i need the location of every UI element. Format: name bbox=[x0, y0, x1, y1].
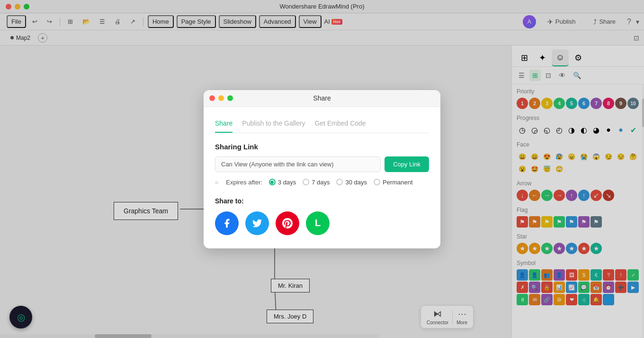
expire-7days[interactable]: 7 days bbox=[303, 179, 330, 186]
expire-3days-label: 3 days bbox=[278, 179, 296, 186]
share-to-section: Share to: bbox=[215, 197, 429, 235]
radio-7days-circle bbox=[303, 179, 309, 185]
dialog-body: Share Publish to the Gallery Get Embed C… bbox=[204, 107, 440, 248]
facebook-button[interactable] bbox=[215, 211, 239, 235]
link-input[interactable] bbox=[215, 156, 381, 172]
pinterest-icon bbox=[282, 218, 293, 228]
dialog-tab-publish[interactable]: Publish to the Gallery bbox=[242, 117, 305, 133]
dialog-close-button[interactable] bbox=[209, 95, 215, 101]
twitter-icon bbox=[252, 218, 262, 228]
sharing-link-title: Sharing Link bbox=[215, 143, 429, 151]
expire-permanent-label: Permanent bbox=[383, 179, 413, 186]
dialog-controls bbox=[209, 95, 233, 101]
share-to-title: Share to: bbox=[215, 197, 429, 205]
radio-30days-circle bbox=[336, 179, 343, 185]
twitter-button[interactable] bbox=[245, 211, 269, 235]
expire-7days-label: 7 days bbox=[312, 179, 330, 186]
expires-label: ○ bbox=[215, 179, 218, 186]
dialog-title: Share bbox=[313, 94, 331, 102]
expire-3days[interactable]: 3 days bbox=[269, 179, 296, 186]
expire-permanent[interactable]: Permanent bbox=[374, 179, 413, 186]
dialog-tab-share[interactable]: Share bbox=[215, 117, 233, 133]
radio-3days-inner bbox=[270, 181, 274, 184]
expires-row: ○ Expires after: 3 days 7 days bbox=[215, 179, 429, 186]
facebook-icon bbox=[222, 218, 232, 228]
dialog-tab-embed[interactable]: Get Embed Code bbox=[314, 117, 366, 133]
radio-3days-circle bbox=[269, 179, 276, 185]
dialog-min-button[interactable] bbox=[218, 95, 224, 101]
expires-text: Expires after: bbox=[226, 179, 262, 186]
pinterest-button[interactable] bbox=[276, 211, 299, 235]
line-icon: L bbox=[315, 218, 321, 228]
expire-30days-label: 30 days bbox=[345, 179, 367, 186]
line-button[interactable]: L bbox=[306, 211, 330, 235]
dialog-max-button[interactable] bbox=[227, 95, 233, 101]
share-dialog: Share Share Publish to the Gallery Get E… bbox=[204, 90, 440, 248]
expire-30days[interactable]: 30 days bbox=[336, 179, 367, 186]
copy-link-button[interactable]: Copy Link bbox=[385, 156, 429, 172]
dialog-tabs: Share Publish to the Gallery Get Embed C… bbox=[215, 117, 429, 133]
radio-group: 3 days 7 days 30 days Permanent bbox=[269, 179, 413, 186]
dialog-overlay: Share Share Publish to the Gallery Get E… bbox=[0, 0, 644, 338]
social-icons-row: L bbox=[215, 211, 429, 235]
dialog-titlebar: Share bbox=[204, 90, 440, 107]
link-row: Copy Link bbox=[215, 156, 429, 172]
radio-permanent-circle bbox=[374, 179, 380, 185]
